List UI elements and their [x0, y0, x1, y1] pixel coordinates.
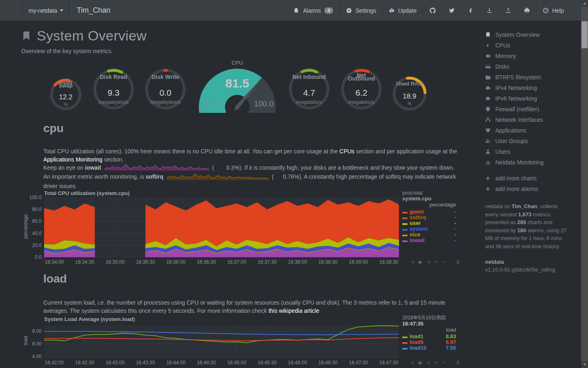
legend-item-load5[interactable]: load56.97 [402, 339, 456, 345]
svg-text:%: % [199, 108, 203, 113]
twitter-button[interactable] [442, 0, 461, 21]
help-button[interactable]: Help [536, 0, 570, 21]
print-button[interactable] [517, 0, 536, 21]
scroll-thumb[interactable] [581, 21, 588, 48]
pan-right-button[interactable]: » [427, 259, 430, 265]
github-button[interactable] [423, 0, 442, 21]
cpu-description: Total CPU utilization (all cores). 100% … [43, 147, 461, 190]
applications-monitoring-link[interactable]: Applications Monitoring [43, 156, 102, 163]
sidebar-item-label: Network Interfaces [495, 117, 543, 123]
sidebar-item-firewall-netfilter[interactable]: Firewall (netfilter) [485, 104, 571, 114]
netdata-version: netdata v1.10.0-91-g3dcc605e_rolling [485, 258, 571, 274]
legend-context: proc/stat [402, 190, 456, 196]
svg-text:megabytes/s: megabytes/s [150, 99, 180, 105]
add-more-charts[interactable]: add more charts [485, 173, 571, 184]
sidebar-item-system-overview[interactable]: System Overview [485, 29, 571, 40]
sidebar-item-netdata-monitoring[interactable]: Netdata Monitoring [485, 157, 571, 168]
x-axis-label: 16:42:00 [41, 360, 67, 366]
legend-item-softirq[interactable]: softirq- [402, 215, 456, 220]
sidebar-item-label: Firewall (netfilter) [495, 106, 539, 112]
gauge-disk-read[interactable]: Disk Read9.3megabytes/s [91, 66, 136, 112]
x-axis-label: 16:39:30 [376, 259, 402, 265]
legend-item-load1[interactable]: load18.83 [402, 334, 456, 339]
sidebar-item-disks[interactable]: Disks [485, 61, 571, 72]
x-axis-label: 16:39:00 [345, 259, 372, 265]
resize-handle[interactable]: ⇕ [456, 259, 461, 265]
zoom-out-button[interactable]: − [442, 259, 445, 265]
sidebar-item-network-interfaces[interactable]: Network Interfaces [485, 114, 571, 125]
y-axis-label: 40.0 [23, 231, 42, 236]
legend-item-load15[interactable]: load157.55 [402, 345, 456, 351]
iowait-sparkline[interactable] [105, 165, 209, 172]
alarms-label: Alarms [303, 7, 321, 14]
x-axis-label: 16:44:00 [163, 360, 189, 366]
sidebar-item-user-groups[interactable]: User Groups [485, 136, 571, 146]
zoom-in-button[interactable]: + [434, 359, 438, 366]
alarms-badge: 4 [324, 7, 334, 14]
gauge-used-swap[interactable]: UsedSwap12.2% [47, 76, 84, 113]
legend-item-nice[interactable]: nice- [402, 232, 456, 238]
legend-swatch [402, 337, 408, 338]
cpus-link[interactable]: CPUs [339, 148, 354, 155]
gauge-used-ram[interactable]: Used RAM18.9% [390, 74, 429, 113]
alarms-button[interactable]: Alarms 4 [286, 0, 339, 21]
vertical-scrollbar[interactable] [581, 0, 588, 368]
sidebar-item-label: IPv6 Networking [495, 95, 537, 102]
resize-handle[interactable]: ⇕ [456, 359, 461, 366]
sidebar-item-label: Disks [495, 63, 509, 70]
sidebar-item-label: User Groups [495, 138, 528, 144]
softirq-sparkline[interactable] [167, 175, 269, 181]
export-snapshot-button[interactable] [480, 0, 499, 21]
sidebar-item-cpus[interactable]: CPUs [485, 40, 571, 51]
facebook-button[interactable] [461, 0, 480, 21]
plus-icon [485, 175, 491, 181]
play-button[interactable]: ▶ [419, 359, 423, 366]
gauge-disk-write[interactable]: Disk Write0.0megabytes/s [143, 66, 188, 112]
sidebar-action-label: add more alarms [495, 186, 538, 192]
legend-value: - [454, 232, 456, 238]
update-label: Update [398, 7, 416, 14]
scroll-up-button[interactable] [581, 0, 588, 7]
cpu-chart-canvas[interactable] [44, 197, 399, 259]
y-axis-label: 80.0 [23, 206, 42, 212]
legend-value: 8.83 [446, 334, 456, 339]
import-snapshot-button[interactable] [499, 0, 517, 21]
legend-swatch [402, 229, 408, 231]
pan-left-button[interactable]: « [411, 359, 414, 366]
sidebar-item-users[interactable]: Users [485, 146, 571, 157]
load-chart-legend: 2018年5月10日周四16:47:35loadload18.83load56.… [402, 315, 456, 351]
sidebar-item-memory[interactable]: Memory [485, 51, 571, 61]
gauge-net-inbound[interactable]: Net Inbound4.7megabits/s [286, 66, 332, 112]
navbar-buttons: Alarms 4 Settings Update Help [286, 0, 570, 21]
svg-text:6.2: 6.2 [355, 88, 367, 97]
zoom-in-button[interactable]: + [434, 259, 438, 265]
zoom-out-button[interactable]: − [442, 359, 445, 366]
legend-item-system[interactable]: system- [402, 226, 456, 232]
legend-item-iowait[interactable]: iowait- [402, 238, 456, 243]
sidebar-item-applications[interactable]: Applications [485, 125, 571, 136]
settings-button[interactable]: Settings [339, 0, 382, 21]
x-axis-label: 16:36:00 [163, 259, 189, 265]
sidebar-item-ipv4-networking[interactable]: IPv4 Networking [485, 83, 571, 93]
sidebar-item-btrfs-filesystem[interactable]: BTRFS filesystem [485, 72, 571, 83]
svg-text:Swap: Swap [59, 83, 73, 89]
wikipedia-link[interactable]: this wikipedia article [268, 307, 319, 314]
update-button[interactable]: Update [382, 0, 423, 21]
gauge-net-outbound[interactable]: NetOutbound6.2megabits/s [339, 66, 384, 112]
legend-item-user[interactable]: user- [402, 220, 456, 226]
sidebar-item-ipv6-networking[interactable]: IPv6 Networking [485, 93, 571, 104]
y-axis-label: 60.0 [23, 218, 42, 224]
scroll-down-button[interactable] [581, 361, 588, 368]
users-icon [485, 138, 491, 144]
load-chart-canvas[interactable] [44, 325, 399, 359]
legend-item-guest[interactable]: guest- [402, 209, 456, 215]
add-more-alarms[interactable]: add more alarms [485, 184, 571, 194]
gauge-cpu[interactable]: CPU81.50.0100.0% [197, 60, 277, 113]
my-netdata-dropdown[interactable]: my-netdata [23, 0, 69, 21]
play-button[interactable]: ▶ [419, 259, 423, 265]
pan-left-button[interactable]: « [411, 259, 414, 265]
section-heading-load: load [43, 272, 67, 285]
pan-right-button[interactable]: » [427, 359, 430, 366]
section-heading-cpu: cpu [43, 122, 64, 135]
facebook-icon [468, 7, 474, 13]
